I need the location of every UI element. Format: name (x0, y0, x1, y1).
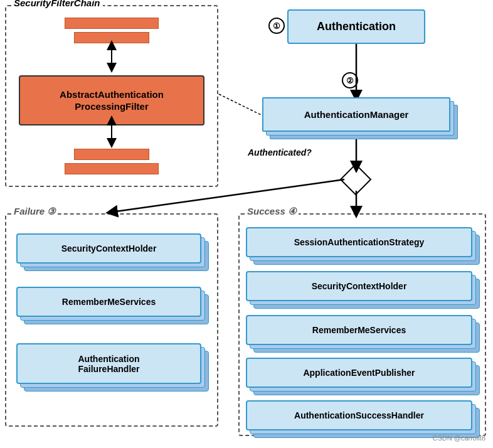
orange-bar-bottom-1 (74, 149, 149, 160)
auth-manager-text: AuthenticationManager (304, 109, 409, 120)
failure-item-2: RememberMeServices (16, 287, 201, 317)
success-item-2: SecurityContextHolder (246, 271, 472, 301)
filter-box: AbstractAuthentication ProcessingFilter (19, 75, 204, 125)
left-panel-title: SecurityFilterChain (11, 0, 103, 8)
auth-box: Authentication (287, 9, 425, 44)
watermark: CSDN @carrollt8 (432, 434, 485, 442)
orange-bar-top-1 (65, 18, 159, 29)
diagram-container: SecurityFilterChain AbstractAuthenticati… (0, 0, 493, 448)
security-filter-chain-panel: SecurityFilterChain AbstractAuthenticati… (5, 5, 218, 187)
svg-line-6 (219, 94, 261, 115)
diamond-decision (340, 164, 372, 196)
auth-box-text: Authentication (317, 20, 396, 33)
orange-bar-bottom-2 (65, 163, 159, 174)
success-title: Success ④ (245, 206, 299, 217)
authenticated-label: Authenticated? (248, 147, 312, 157)
failure-title: Failure ③ (11, 206, 58, 217)
failure-item-3: AuthenticationFailureHandler (16, 343, 201, 384)
failure-item-1: SecurityContextHolder (16, 233, 201, 264)
success-panel: Success ④ SessionAuthenticationStrategy … (238, 213, 486, 436)
success-item-4: ApplicationEventPublisher (246, 358, 472, 388)
failure-panel: Failure ③ SecurityContextHolder Remember… (5, 213, 218, 427)
success-item-1: SessionAuthenticationStrategy (246, 227, 472, 257)
step2-badge: ② (342, 72, 358, 88)
success-item-5: AuthenticationSuccessHandler (246, 400, 472, 430)
step1-badge: ① (268, 18, 285, 34)
filter-box-text: AbstractAuthentication ProcessingFilter (60, 88, 164, 113)
success-item-3: RememberMeServices (246, 315, 472, 345)
auth-manager-box: AuthenticationManager (262, 97, 450, 132)
orange-bar-top-2 (74, 32, 149, 43)
